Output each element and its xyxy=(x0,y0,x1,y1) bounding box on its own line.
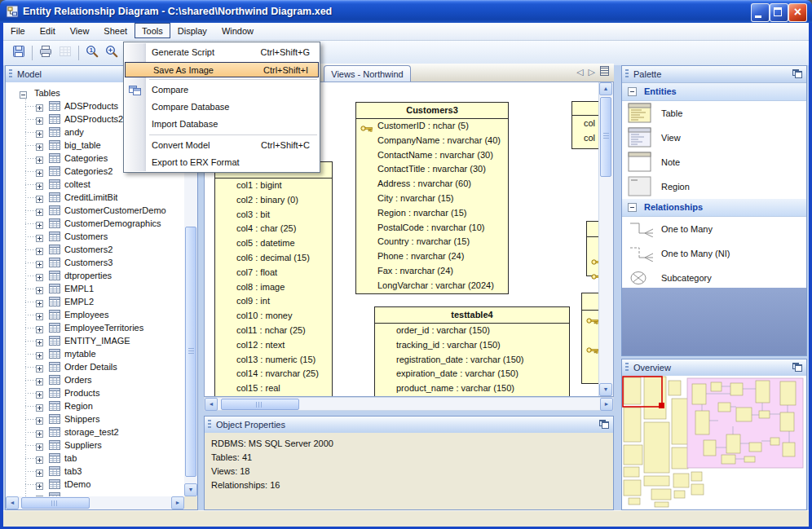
zoom-in-button[interactable] xyxy=(102,44,121,62)
column-text: CompanyName : nvarchar (40) xyxy=(377,135,501,145)
diagram-table-testtable2[interactable]: testtable2col1 : bigintcol2 : binary (0)… xyxy=(214,161,333,396)
tab-views-northwind[interactable]: Views - Northwind xyxy=(324,65,411,82)
tree-item-empl2[interactable]: EMPL2 xyxy=(6,295,184,308)
tab-list-icon[interactable] xyxy=(600,66,609,76)
tree-item-clipped[interactable] xyxy=(6,491,184,496)
tree-scroll-right-icon[interactable]: ► xyxy=(171,496,184,509)
diagram-column: col xyxy=(572,116,599,130)
menu-view[interactable]: View xyxy=(63,23,97,38)
palette-item-one-to-many-ni[interactable]: One to Many (NI) xyxy=(622,241,806,266)
collapse-icon[interactable] xyxy=(628,87,637,96)
tree-scroll-down-icon[interactable]: ▼ xyxy=(184,483,197,496)
palette-item-view[interactable]: View xyxy=(622,126,806,150)
collapse-icon[interactable] xyxy=(628,203,637,212)
zoom-actual-button[interactable]: 1 xyxy=(82,44,102,62)
tree-item-suppliers[interactable]: Suppliers xyxy=(6,439,184,452)
menu-item-compare-database[interactable]: Compare Database xyxy=(124,99,320,116)
tree-item-tab[interactable]: tab xyxy=(6,452,184,465)
tree-vscroll-thumb[interactable] xyxy=(185,227,196,477)
tree-item-customers[interactable]: Customers xyxy=(6,230,184,243)
menu-item-convert-model[interactable]: Convert ModelCtrl+Shift+C xyxy=(124,137,320,154)
column-text: col3 : bit xyxy=(236,209,270,219)
palette-item-subcategory[interactable]: Subcategory xyxy=(622,266,806,290)
float-panel-icon[interactable] xyxy=(792,69,802,78)
tree-scroll-left-icon[interactable]: ◄ xyxy=(6,496,19,509)
menu-item-compare[interactable]: Compare xyxy=(124,82,320,99)
canvas-hscrollbar[interactable]: ◄ ► xyxy=(204,397,614,411)
panel-grip-icon[interactable] xyxy=(208,420,211,430)
menu-file[interactable]: File xyxy=(3,23,33,38)
palette-item-table[interactable]: Table xyxy=(622,101,806,126)
grid-button[interactable] xyxy=(55,44,75,62)
canvas-scroll-down-icon[interactable]: ▼ xyxy=(599,383,612,396)
float-panel-icon[interactable] xyxy=(792,363,802,372)
tree-item-employeeterritories[interactable]: EmployeeTerritories xyxy=(6,321,184,334)
diagram-table-fragment-2[interactable] xyxy=(586,221,599,276)
menu-tools[interactable]: Tools xyxy=(135,23,170,38)
tree-item-dtproperties[interactable]: dtproperties xyxy=(6,269,184,282)
save-button[interactable] xyxy=(9,44,29,62)
canvas-vscroll-thumb[interactable] xyxy=(600,97,611,177)
panel-grip-icon[interactable] xyxy=(9,69,12,79)
tree-item-mytable[interactable]: mytable xyxy=(6,347,184,360)
palette-item-region[interactable]: Region xyxy=(622,174,806,199)
tree-item-creditlimitbit[interactable]: CreditLimitBit xyxy=(6,191,184,204)
close-button[interactable] xyxy=(788,3,807,22)
menu-item-save-as-image[interactable]: Save As ImageCtrl+Shift+I xyxy=(125,62,319,77)
tree-item-empl1[interactable]: EMPL1 xyxy=(6,282,184,295)
tab-nav-next-icon[interactable]: ▷ xyxy=(589,67,595,77)
tree-item-shippers[interactable]: Shippers xyxy=(6,412,184,425)
palette-section-relationships[interactable]: Relationships xyxy=(622,199,806,217)
tree-item-order-details[interactable]: Order Details xyxy=(6,360,184,373)
tree-item-coltest[interactable]: coltest xyxy=(6,178,184,191)
diagram-table-fragment-1[interactable]: colcol xyxy=(571,101,599,149)
maximize-button[interactable] xyxy=(770,3,788,22)
panel-grip-icon[interactable] xyxy=(625,69,629,79)
tree-item-label: CustomerDemographics xyxy=(64,218,161,228)
menu-item-generate-script[interactable]: Generate ScriptCtrl+Shift+G xyxy=(124,44,320,61)
tree-item-customers3[interactable]: Customers3 xyxy=(6,256,184,269)
menu-sheet[interactable]: Sheet xyxy=(96,23,135,38)
tree-item-tdemo[interactable]: tDemo xyxy=(6,478,184,491)
diagram-table-customers3[interactable]: Customers3CustomerID : nchar (5)CompanyN… xyxy=(355,102,509,294)
tree-item-tab3[interactable]: tab3 xyxy=(6,465,184,478)
palette-section-title: Entities xyxy=(644,86,677,96)
tree-item-region[interactable]: Region xyxy=(6,399,184,412)
canvas-vscrollbar[interactable]: ▲ ▼ xyxy=(598,82,613,396)
tree-item-employees[interactable]: Employees xyxy=(6,308,184,321)
tab-nav-prev-icon[interactable]: ◁ xyxy=(576,67,583,77)
print-button[interactable] xyxy=(36,44,55,62)
float-panel-icon[interactable] xyxy=(599,420,609,429)
column-text: col15 : real xyxy=(236,383,280,393)
overview-viewport-handle[interactable] xyxy=(659,403,664,408)
diagram-table-fragment-3[interactable] xyxy=(581,293,599,384)
palette-item-one-to-many[interactable]: One to Many xyxy=(622,217,806,241)
canvas-scroll-left-icon[interactable]: ◄ xyxy=(205,398,218,411)
tree-hscrollbar[interactable]: ◄ ► xyxy=(6,496,184,509)
tree-item-customercustomerdemo[interactable]: CustomerCustomerDemo xyxy=(6,204,184,217)
diagram-table-testtable4[interactable]: testtable4order_id : varchar (150)tracki… xyxy=(374,306,570,396)
tree-item-entity-image[interactable]: ENTITY_IMAGE xyxy=(6,334,184,347)
toolbar-separator xyxy=(32,46,33,60)
canvas-scroll-right-icon[interactable]: ► xyxy=(600,398,613,411)
menu-item-export-to-erx-format[interactable]: Export to ERX Format xyxy=(124,154,320,171)
minimize-button[interactable] xyxy=(751,3,770,22)
menu-bar: FileEditViewSheetToolsDisplayWindow xyxy=(3,23,809,41)
overview-minimap[interactable] xyxy=(622,376,806,509)
palette-item-note[interactable]: Note xyxy=(622,150,806,174)
menu-window[interactable]: Window xyxy=(214,23,261,38)
menu-edit[interactable]: Edit xyxy=(33,23,63,38)
tree-item-orders[interactable]: Orders xyxy=(6,373,184,386)
tree-item-customerdemographics[interactable]: CustomerDemographics xyxy=(6,217,184,230)
menu-item-import-database[interactable]: Import Database xyxy=(124,116,320,133)
tree-hscroll-thumb[interactable] xyxy=(21,497,90,509)
window-titlebar[interactable]: Entity Relationship Diagram - C:\shared\… xyxy=(0,0,812,23)
tree-item-customers2[interactable]: Customers2 xyxy=(6,243,184,256)
canvas-hscroll-thumb[interactable] xyxy=(221,399,299,410)
tree-item-products[interactable]: Products xyxy=(6,386,184,399)
canvas-scroll-up-icon[interactable]: ▲ xyxy=(599,82,612,95)
tree-item-storage-test2[interactable]: storage_test2 xyxy=(6,425,184,439)
panel-grip-icon[interactable] xyxy=(625,363,629,373)
palette-section-entities[interactable]: Entities xyxy=(622,83,806,101)
menu-display[interactable]: Display xyxy=(170,23,214,38)
